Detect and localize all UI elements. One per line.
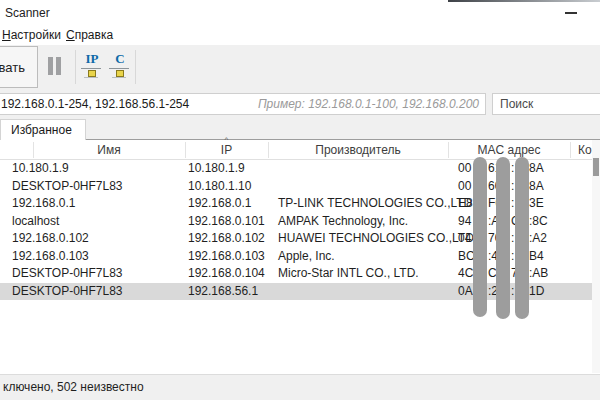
device-list: 10.180.1.9 10.180.1.9 00 61: : 8A DESKTO… xyxy=(0,160,600,301)
toolbar: вать IP C xyxy=(0,45,600,90)
cell-manufacturer: Micro-Star INTL CO., LTD. xyxy=(278,265,419,283)
c-icon-node xyxy=(116,70,124,77)
cell-ip: 192.168.0.1 xyxy=(188,195,251,213)
cell-manufacturer: TP-LINK TECHNOLOGIES CO.,LTD. xyxy=(278,195,476,213)
cell-mac-fragment: : xyxy=(511,160,514,178)
cell-mac-fragment: 4C xyxy=(458,265,473,283)
toolbar-separator xyxy=(135,50,136,84)
cell-mac-fragment: : xyxy=(511,195,514,213)
cell-ip: 10.180.1.10 xyxy=(188,178,251,196)
tab-strip: Избранное xyxy=(0,118,600,140)
cell-ip: 192.168.0.103 xyxy=(188,248,265,266)
status-bar: ключено, 502 неизвестно xyxy=(0,374,600,400)
cell-mac-fragment: :A2 xyxy=(529,230,547,248)
cell-manufacturer: AMPAK Technology, Inc. xyxy=(278,213,408,231)
menu-bar: Настройки Справка xyxy=(0,26,600,45)
search-input[interactable]: Поиск xyxy=(492,93,600,115)
cell-name: localhost xyxy=(12,213,59,231)
menu-item-help[interactable]: Справка xyxy=(66,26,113,45)
cell-ip: 192.168.0.104 xyxy=(188,265,265,283)
menu-help-label: правка xyxy=(75,28,113,42)
cell-mac-fragment: : xyxy=(511,178,514,196)
toolbar-separator xyxy=(75,50,76,84)
c-icon-label: C xyxy=(108,51,132,67)
cell-name: DESKTOP-0HF7L83 xyxy=(12,178,123,196)
ip-icon-node xyxy=(88,70,96,77)
ip-range-input[interactable]: 192.168.0.1-254, 192.168.56.1-254 Пример… xyxy=(0,93,486,115)
menu-settings-label: астройки xyxy=(11,28,61,42)
menu-item-settings[interactable]: Настройки xyxy=(2,26,61,45)
ip-icon-line xyxy=(81,68,101,69)
cell-ip: 192.168.56.1 xyxy=(188,283,258,301)
search-placeholder: Поиск xyxy=(500,94,533,114)
vertical-scrollbar[interactable] xyxy=(592,140,600,373)
ip-icon-label: IP xyxy=(80,51,104,67)
cell-mac-fragment: 94 xyxy=(458,213,471,231)
app-window: Scanner Настройки Справка вать IP C xyxy=(0,0,600,400)
cell-manufacturer: HUAWEI TECHNOLOGIES CO.,LTD xyxy=(278,230,474,248)
ip-range-hint: Пример: 192.168.0.1-100, 192.168.0.200 xyxy=(258,94,479,114)
address-row: 192.168.0.1-254, 192.168.56.1-254 Пример… xyxy=(0,90,600,118)
ip-range-value: 192.168.0.1-254, 192.168.56.1-254 xyxy=(1,94,189,114)
cell-mac-fragment: 8A xyxy=(529,178,544,196)
cell-manufacturer: Apple, Inc. xyxy=(278,248,335,266)
minimize-icon xyxy=(565,12,577,14)
menu-settings-accel: Н xyxy=(2,28,11,42)
cell-mac-fragment: :8C xyxy=(529,213,548,231)
c-scan-icon[interactable]: C xyxy=(108,51,132,83)
window-title: Scanner xyxy=(5,0,50,26)
cell-mac-fragment: B4 xyxy=(529,248,544,266)
cell-name: 192.168.0.103 xyxy=(12,248,89,266)
redaction-bar xyxy=(515,157,529,319)
column-separator xyxy=(570,142,571,158)
column-header-ip[interactable]: IP xyxy=(185,140,268,159)
cell-name: 192.168.0.102 xyxy=(12,230,89,248)
c-icon-line xyxy=(109,68,129,69)
pause-icon[interactable] xyxy=(48,57,53,75)
cell-name: 192.168.0.1 xyxy=(12,195,75,213)
pause-icon[interactable] xyxy=(56,57,61,75)
cell-mac-fragment: : xyxy=(511,283,514,301)
c-icon-line2 xyxy=(112,77,126,78)
cell-mac-fragment: 00 xyxy=(458,178,471,196)
title-bar: Scanner xyxy=(0,0,600,26)
column-header-name[interactable]: Имя xyxy=(33,140,185,159)
cell-ip: 10.180.1.9 xyxy=(188,160,245,178)
cell-ip: 192.168.0.101 xyxy=(188,213,265,231)
status-text: ключено, 502 неизвестно xyxy=(3,375,144,400)
scrollbar-thumb[interactable] xyxy=(593,158,599,176)
redaction-bar xyxy=(473,157,487,317)
cell-mac-fragment: 00 xyxy=(458,160,471,178)
cell-mac-fragment: E8 xyxy=(458,195,473,213)
minimize-button[interactable] xyxy=(556,0,586,24)
column-header-manufacturer[interactable]: Производитель xyxy=(268,140,448,159)
redaction-bar xyxy=(496,157,510,319)
cell-mac-fragment: 0A xyxy=(458,283,473,301)
cell-mac-fragment: : xyxy=(511,248,514,266)
cell-mac-fragment: :AB xyxy=(529,265,548,283)
cell-mac-fragment: 8A xyxy=(529,160,544,178)
cell-name: DESKTOP-0HF7L83 xyxy=(12,265,123,283)
cell-mac-fragment: 1D xyxy=(529,283,544,301)
ip-scan-icon[interactable]: IP xyxy=(80,51,104,83)
tab-favorites[interactable]: Избранное xyxy=(0,119,86,140)
menu-help-accel: С xyxy=(66,28,75,42)
column-header-mac[interactable]: MAC адрес xyxy=(448,140,570,159)
cell-mac-fragment: : xyxy=(511,230,514,248)
scan-button[interactable]: вать xyxy=(0,46,38,88)
cell-name: 10.180.1.9 xyxy=(12,160,69,178)
cell-name: DESKTOP-0HF7L83 xyxy=(12,283,123,301)
cell-ip: 192.168.0.102 xyxy=(188,230,265,248)
cell-mac-fragment: 3E xyxy=(529,195,544,213)
cell-mac-fragment: 04 xyxy=(458,230,471,248)
ip-icon-line2 xyxy=(84,77,98,78)
tab-favorites-label: Избранное xyxy=(11,120,72,140)
